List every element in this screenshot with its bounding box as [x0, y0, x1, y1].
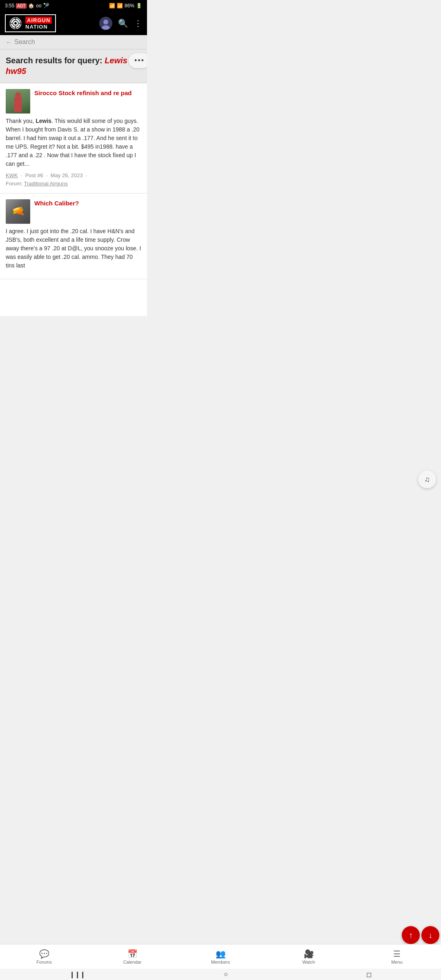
- logo-text: AIRGUN NATION: [25, 17, 52, 30]
- result-title-2[interactable]: Which Caliber?: [34, 199, 141, 207]
- result-body-1: Thank you, Lewis. This would kill some o…: [6, 117, 141, 168]
- search-bar: ← Search: [0, 35, 147, 49]
- svg-point-9: [103, 20, 108, 24]
- home-icon: 🏠: [28, 3, 34, 9]
- status-bar: 3:55 ADT 🏠 oo 🎾 📶 📶 86% 🔋: [0, 0, 147, 11]
- result-header-1: Sirocco Stock refinish and re pad: [6, 89, 141, 114]
- battery-display: 86%: [125, 3, 134, 9]
- result-image-2: 🔫: [6, 199, 30, 224]
- search-prefix: Search results for query:: [6, 56, 102, 65]
- back-arrow-icon[interactable]: ←: [6, 39, 12, 46]
- user-avatar[interactable]: [99, 17, 112, 30]
- result-body-2: I agree. I just got into the .20 cal. I …: [6, 227, 141, 270]
- logo-target-icon: [9, 17, 22, 30]
- result-title-area-2: Which Caliber?: [34, 199, 141, 224]
- more-menu-icon[interactable]: ⋮: [134, 18, 142, 28]
- author-link-1[interactable]: KWK: [6, 172, 18, 178]
- adt-icon: ADT: [16, 3, 27, 9]
- more-options-label: •••: [134, 56, 145, 65]
- result-meta-1: KWK · Post #6 · May 26, 2023 · Forum: Tr…: [6, 172, 141, 187]
- status-right: 📶 📶 86% 🔋: [109, 3, 142, 9]
- svg-point-3: [14, 22, 17, 24]
- logo[interactable]: AIRGUN NATION: [5, 14, 56, 32]
- voicemail-icon: oo: [36, 3, 41, 9]
- search-title: Search results for query: Lewis hw95: [6, 55, 141, 76]
- status-left: 3:55 ADT 🏠 oo 🎾: [5, 3, 49, 9]
- more-options-button[interactable]: •••: [129, 53, 147, 68]
- app-header: AIRGUN NATION 🔍 ⋮: [0, 11, 147, 35]
- result-image-1: [6, 89, 30, 114]
- signal-icon: 📶: [117, 3, 123, 9]
- wifi-icon: 📶: [109, 3, 115, 9]
- search-title-section: Search results for query: Lewis hw95: [0, 49, 147, 83]
- result-title-1[interactable]: Sirocco Stock refinish and re pad: [34, 89, 141, 97]
- time-display: 3:55: [5, 3, 14, 9]
- result-item-2: 🔫 Which Caliber? I agree. I just got int…: [0, 194, 147, 279]
- search-results-list: Sirocco Stock refinish and re pad Thank …: [0, 83, 147, 316]
- result-thumb-1: [6, 89, 30, 114]
- logo-airgun: AIRGUN: [25, 17, 52, 24]
- post-date-1: May 26, 2023: [51, 172, 83, 178]
- forum-link-1[interactable]: Traditional Airguns: [24, 180, 68, 187]
- result-item-1: Sirocco Stock refinish and re pad Thank …: [0, 83, 147, 194]
- search-bar-inner: ← Search: [6, 38, 35, 46]
- battery-icon: 🔋: [136, 3, 142, 9]
- search-icon[interactable]: 🔍: [118, 18, 128, 28]
- result-title-area-1: Sirocco Stock refinish and re pad: [34, 89, 141, 114]
- header-actions: 🔍 ⋮: [99, 17, 142, 30]
- result-header-2: 🔫 Which Caliber?: [6, 199, 141, 224]
- logo-nation: NATION: [25, 24, 52, 30]
- result-thumb-2: 🔫: [6, 199, 30, 224]
- post-num-1: Post #6: [25, 172, 43, 178]
- tennis-icon: 🎾: [43, 3, 49, 9]
- search-placeholder: Search: [14, 38, 35, 46]
